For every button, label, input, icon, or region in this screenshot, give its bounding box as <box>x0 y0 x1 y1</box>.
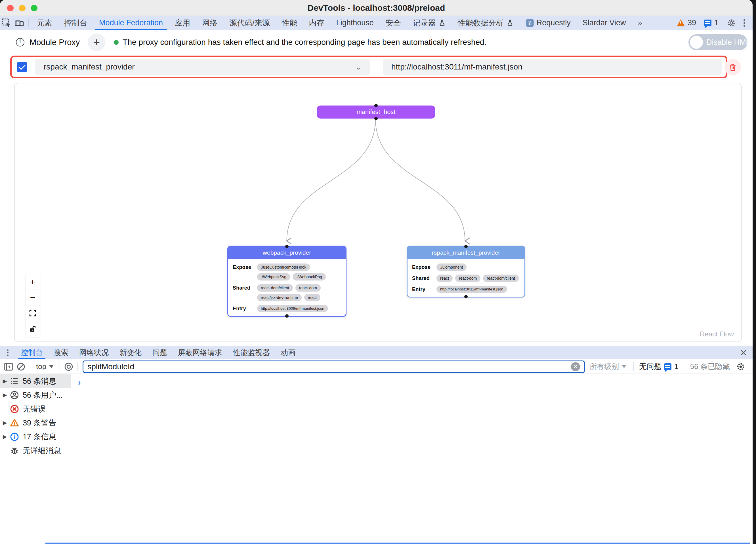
drawer-tab-issues[interactable]: 问题 <box>147 346 173 359</box>
clear-filter-icon[interactable] <box>571 362 580 371</box>
sidebar-item-user-messages[interactable]: ▶ 56 条用户... <box>0 388 71 402</box>
proxy-enabled-checkbox[interactable] <box>17 62 27 72</box>
sidebar-item-verbose[interactable]: 无详细消息 <box>0 444 71 457</box>
more-tabs-button[interactable]: » <box>632 16 647 30</box>
node-webpack-provider[interactable]: webpack_provider Expose ./useCustomRemot… <box>227 246 347 317</box>
manifest-url-input[interactable]: http://localhost:3011/mf-manifest.json <box>383 59 722 75</box>
tab-sources[interactable]: 源代码/来源 <box>223 16 276 30</box>
tab-network[interactable]: 网络 <box>196 16 223 30</box>
inspect-element-icon[interactable] <box>0 16 13 30</box>
sidebar-item-all-messages[interactable]: ▶ 56 条消息 <box>0 374 71 388</box>
issues-counter[interactable]: 无问题 1 <box>636 362 681 371</box>
expose-tag: ./useCustomRemoteHook <box>257 264 310 271</box>
dropdown-arrow-icon <box>49 365 54 368</box>
experiment-flask-icon <box>506 19 514 27</box>
tab-performance-insights[interactable]: 性能数据分析 <box>452 16 520 30</box>
tab-security[interactable]: 安全 <box>380 16 407 30</box>
shared-tag: react <box>436 274 453 282</box>
chevron-down-icon: ⌄ <box>355 63 362 72</box>
module-proxy-title: Module Proxy <box>30 38 80 47</box>
tab-memory[interactable]: 内存 <box>303 16 330 30</box>
disable-hmr-toggle[interactable]: Disable HMR <box>688 34 747 50</box>
drawer-tab-console[interactable]: 控制台 <box>15 346 48 359</box>
console-output-area[interactable]: › <box>71 374 753 544</box>
console-sidebar-toggle-icon[interactable] <box>2 360 15 373</box>
drawer-tab-network-blocking[interactable]: 屏蔽网络请求 <box>173 346 228 359</box>
toggle-knob <box>690 36 703 49</box>
drawer-tab-search[interactable]: 搜索 <box>48 346 74 359</box>
live-expression-eye-icon[interactable] <box>62 360 75 373</box>
drawer-tab-network-conditions[interactable]: 网络状况 <box>74 346 114 359</box>
shared-row: Shared react-dom/client react-dom react/… <box>233 284 342 301</box>
lock-open-icon <box>29 325 36 333</box>
flow-controls: + − <box>26 274 40 337</box>
proxy-status-text: The proxy configuration has taken effect… <box>123 38 486 47</box>
trash-icon <box>728 63 737 72</box>
log-levels-dropdown[interactable]: 所有级别 <box>585 362 631 371</box>
node-manifest-host[interactable]: manifest_host <box>317 106 435 119</box>
drawer-menu-kebab-icon[interactable] <box>0 352 15 353</box>
list-icon <box>10 376 19 386</box>
module-graph-canvas[interactable]: manifest_host webpack_provider Expose ./… <box>14 83 742 342</box>
devtools-menu-kebab-icon[interactable] <box>738 16 751 30</box>
tab-slardar-view[interactable]: Slardar View <box>577 16 632 30</box>
react-flow-attribution[interactable]: React Flow <box>700 330 734 338</box>
devtools-window: DevTools - localhost:3008/preload 元素 控制台… <box>0 0 753 544</box>
console-filter-input[interactable]: splitModuleId <box>83 360 585 373</box>
add-proxy-button[interactable]: + <box>88 33 105 51</box>
node-title: rspack_manifest_provider <box>408 247 524 259</box>
close-drawer-icon[interactable]: ✕ <box>737 346 750 359</box>
tab-lighthouse[interactable]: Lighthouse <box>330 16 380 30</box>
expose-tag: ./Component <box>436 264 467 271</box>
issues-badge[interactable]: 1 <box>700 18 723 27</box>
node-rspack-manifest-provider[interactable]: rspack_manifest_provider Expose ./Compon… <box>407 246 525 297</box>
drawer-tab-performance-monitor[interactable]: 性能监视器 <box>228 346 275 359</box>
tab-module-federation[interactable]: Module Federation <box>93 16 169 30</box>
zoom-in-button[interactable]: + <box>26 274 40 290</box>
tab-console[interactable]: 控制台 <box>58 16 93 30</box>
shared-tag: react-dom/client <box>483 274 519 282</box>
sidebar-item-warnings[interactable]: ▶ 39 条警告 <box>0 416 71 430</box>
proxy-config-row: rspack_manifest_provider ⌄ http://localh… <box>10 56 727 78</box>
console-settings-gear-icon[interactable] <box>733 362 748 371</box>
warning-badge[interactable]: 39 <box>673 18 700 27</box>
expand-arrow-icon[interactable]: ▶ <box>0 433 10 440</box>
expose-row: Expose ./useCustomRemoteHook ./WebpackSv… <box>233 264 342 280</box>
sidebar-item-info[interactable]: ▶ 17 条信息 <box>0 430 71 444</box>
bottom-accent-line <box>45 543 750 544</box>
expand-arrow-icon[interactable]: ▶ <box>0 419 10 426</box>
title-bar: DevTools - localhost:3008/preload <box>0 0 753 16</box>
provider-select[interactable]: rspack_manifest_provider ⌄ <box>35 59 370 75</box>
tab-application[interactable]: 应用 <box>169 16 196 30</box>
entry-row: Entry http://localhost:3011/mf-manifest.… <box>412 285 520 293</box>
tab-elements[interactable]: 元素 <box>31 16 58 30</box>
drawer-tab-changes[interactable]: 新变化 <box>114 346 147 359</box>
fit-view-button[interactable] <box>26 305 40 321</box>
drawer-tab-animations[interactable]: 动画 <box>275 346 301 359</box>
node-handle <box>285 245 289 248</box>
expose-row: Expose ./Component <box>412 264 520 271</box>
clear-console-icon[interactable] <box>15 360 27 373</box>
entry-tag: http://localhost:3011/mf-manifest.json <box>436 285 507 293</box>
sidebar-item-errors[interactable]: 无错误 <box>0 402 71 416</box>
expand-arrow-icon[interactable]: ▶ <box>0 392 10 398</box>
console-sidebar: ▶ 56 条消息 ▶ 56 条用户... 无错误 ▶ 39 条警告 <box>0 374 71 544</box>
tab-requestly[interactable]: Requestly <box>520 16 577 30</box>
context-selector[interactable]: top <box>33 362 57 371</box>
requestly-icon <box>526 19 534 27</box>
expand-arrow-icon[interactable]: ▶ <box>0 378 10 384</box>
device-toolbar-icon[interactable] <box>13 16 26 30</box>
zoom-out-button[interactable]: − <box>26 290 40 305</box>
warning-icon <box>10 418 19 428</box>
info-icon <box>16 38 24 47</box>
issues-chat-icon <box>664 363 671 370</box>
settings-gear-icon[interactable] <box>725 16 738 30</box>
tab-recorder[interactable]: 记录器 <box>407 16 452 30</box>
tab-performance[interactable]: 性能 <box>276 16 303 30</box>
lock-button[interactable] <box>26 321 40 337</box>
fit-view-icon <box>29 309 36 317</box>
shared-row: Shared react react-dom react-dom/client <box>412 274 520 282</box>
experiment-flask-icon <box>438 19 446 27</box>
warning-triangle-icon <box>677 19 685 26</box>
delete-proxy-button[interactable] <box>725 59 741 75</box>
